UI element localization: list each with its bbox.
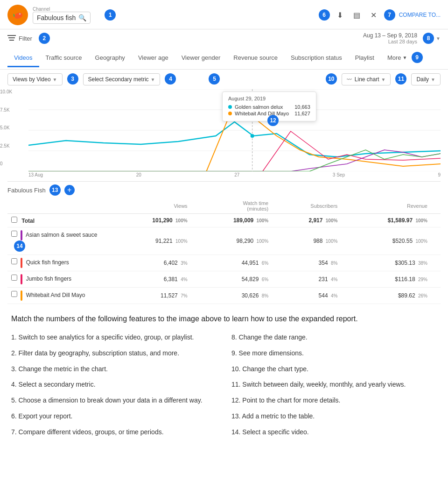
secondary-metric-dropdown[interactable]: Select Secondary metric ▼ (83, 73, 161, 85)
instruction-9: 9. See more dimensions. (231, 348, 437, 359)
download-button[interactable]: ⬇ (334, 8, 347, 21)
tooltip-row-1: Golden salmon delux 10,663 (228, 104, 310, 110)
row-jumbo-revenue: $116.18 29% (341, 271, 431, 288)
annotation-6: 6 (319, 9, 330, 21)
primary-metric-dropdown[interactable]: Views by Video ▼ (7, 73, 63, 85)
instruction-14: 14. Select a specific video. (231, 427, 437, 438)
primary-metric-arrow: ▼ (53, 77, 57, 82)
chart-controls: Views by Video ▼ 3 Select Secondary metr… (0, 70, 448, 89)
row-jumbo-views: 6,381 4% (110, 271, 191, 288)
tab-revenue-source[interactable]: Revenue source (227, 49, 284, 67)
row-total-subscribers: 2,917 100% (272, 214, 341, 227)
tooltip-dot-2 (228, 112, 232, 115)
row-whitebait-checkbox[interactable] (11, 291, 17, 297)
row-quick-subscribers: 354 8% (272, 255, 341, 271)
top-bar: Channel Fabulous fish 🔍 1 6 ⬇ ▤ ✕ 7 COMP… (0, 0, 448, 29)
channel-area: Channel Fabulous fish 🔍 1 (7, 5, 116, 25)
row-jumbo-watchtime: 54,829 6% (191, 271, 273, 288)
filter-icon (7, 35, 16, 42)
instruction-6: 6. Export your report. (11, 411, 217, 422)
instructions-columns: 1. Switch to see analytics for a specifi… (11, 332, 437, 443)
instructions-col-right: 8. Change the date range. 9. See more di… (231, 332, 437, 443)
date-range-sub: Last 28 days (363, 39, 417, 44)
tab-geography[interactable]: Geography (89, 49, 132, 67)
add-metric-button[interactable]: + (64, 185, 75, 195)
tab-more[interactable]: More ▼ 9 (381, 47, 429, 69)
card-view-button[interactable]: ▤ (350, 8, 364, 21)
search-icon: 🔍 (78, 14, 86, 21)
tab-viewer-age[interactable]: Viewer age (132, 49, 175, 67)
tooltip-label-2: Whitebait And Dill Mayo (235, 111, 289, 116)
x-label-3: 3 Sep (333, 172, 345, 177)
annotation-8: 8 (423, 33, 434, 44)
period-dropdown[interactable]: Daily ▼ (411, 73, 441, 85)
row-color-bar (21, 290, 22, 301)
annotation-3: 3 (67, 73, 78, 85)
x-label-1: 20 (136, 172, 141, 177)
table-header: Views Watch time(minutes) Subscribers Re… (7, 198, 441, 214)
filter-left[interactable]: Filter 2 (7, 33, 50, 44)
date-range[interactable]: Aug 13 – Sep 9, 2018 Last 28 days 8 ▼ (363, 32, 441, 44)
col-header-views: Views (110, 198, 191, 214)
row-whitebait-label: Whitebait And Dill Mayo (7, 288, 110, 304)
row-quick-watchtime: 44,951 6% (191, 255, 273, 271)
row-total-views: 101,290 100% (110, 214, 191, 227)
instruction-7: 7. Compare different videos, groups, or … (11, 427, 217, 438)
tooltip-row-2: Whitebait And Dill Mayo 11,627 (228, 111, 310, 116)
svg-point-3 (20, 14, 21, 14)
date-dropdown-arrow: ▼ (436, 36, 441, 41)
svg-rect-6 (9, 40, 14, 41)
svg-point-13 (251, 134, 254, 138)
annotation-2: 2 (39, 33, 50, 44)
instructions-col-left: 1. Switch to see analytics for a specifi… (11, 332, 217, 443)
tabs-bar: Videos Traffic source Geography Viewer a… (0, 47, 448, 70)
row-jumbo-checkbox[interactable] (11, 275, 17, 281)
svg-rect-4 (7, 35, 16, 36)
secondary-metric-arrow: ▼ (151, 77, 155, 82)
tab-viewer-gender[interactable]: Viewer gender (175, 49, 227, 67)
annotation-9: 9 (412, 52, 423, 63)
annotation-12: 12 (267, 115, 279, 126)
y-label-2: 5.0K (0, 125, 21, 130)
row-color-bar (21, 274, 22, 284)
y-label-0: 10.0K (0, 89, 21, 94)
row-total-checkbox[interactable] (11, 217, 17, 223)
chart-type-dropdown[interactable]: 〰 Line chart ▼ (342, 73, 391, 85)
row-asian-views: 91,221 100% (110, 227, 191, 255)
row-quick-checkbox[interactable] (11, 258, 17, 264)
chart-type-arrow: ▼ (381, 77, 386, 82)
row-asian-checkbox[interactable] (11, 231, 17, 237)
row-quick-label: Quick fish fingers (7, 255, 110, 271)
instruction-11: 11. Switch between daily, weekly, monthl… (231, 379, 437, 390)
tooltip-val-2: 11,627 (294, 111, 310, 116)
tab-traffic-source[interactable]: Traffic source (39, 49, 89, 67)
tab-playlist[interactable]: Playlist (349, 49, 381, 67)
instruction-8: 8. Change the date range. (231, 332, 437, 343)
tooltip-dot-1 (228, 105, 232, 109)
tab-subscription-status[interactable]: Subscription status (284, 49, 349, 67)
table-row: Whitebait And Dill Mayo 11,527 7% 30,626… (7, 288, 441, 304)
y-label-3: 2.5K (0, 143, 21, 148)
instruction-1: 1. Switch to see analytics for a specifi… (11, 332, 217, 343)
channel-info: Channel Fabulous fish 🔍 (33, 7, 91, 24)
row-jumbo-subscribers: 231 4% (272, 271, 341, 288)
x-axis-labels: 13 Aug 20 27 3 Sep 9 (28, 172, 441, 177)
tab-videos[interactable]: Videos (7, 49, 39, 67)
top-right-actions: 6 ⬇ ▤ ✕ 7 COMPARE TO... (319, 8, 441, 21)
table-row: Asian salmon & sweet sauce 14 91,221 100… (7, 227, 441, 255)
filter-label: Filter (19, 35, 32, 42)
compare-button[interactable]: COMPARE TO... (399, 12, 441, 18)
row-asian-subscribers: 988 100% (272, 227, 341, 255)
row-jumbo-label: Jumbo fish fingers (7, 271, 110, 288)
annotation-1: 1 (105, 9, 116, 21)
row-whitebait-revenue: $89.62 26% (341, 288, 431, 304)
instructions-header: Match the numbers of the following featu… (11, 313, 437, 325)
close-button[interactable]: ✕ (367, 8, 380, 21)
channel-name-box[interactable]: Fabulous fish 🔍 (33, 12, 91, 24)
more-arrow: ▼ (403, 55, 407, 60)
row-total-revenue: $1,589.97 100% (341, 214, 431, 227)
col-header-video (7, 198, 110, 214)
table-title: Fabulous Fish (7, 187, 46, 194)
row-whitebait-subscribers: 544 4% (272, 288, 341, 304)
table-row: Quick fish fingers 6,402 3% 44,951 6% 35… (7, 255, 441, 271)
